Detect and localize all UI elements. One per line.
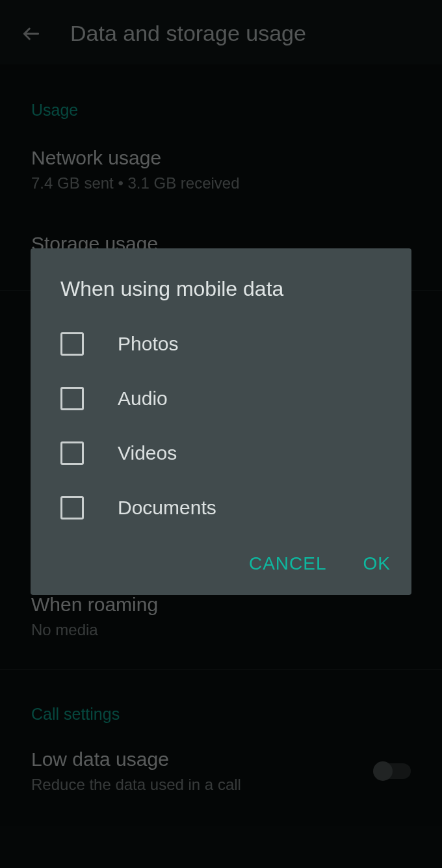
videos-option[interactable]: Videos	[31, 426, 411, 480]
photos-label: Photos	[118, 333, 178, 355]
cancel-button[interactable]: CANCEL	[249, 553, 327, 574]
videos-label: Videos	[118, 442, 177, 464]
modal-overlay[interactable]: When using mobile data Photos Audio Vide…	[0, 0, 442, 868]
mobile-data-dialog: When using mobile data Photos Audio Vide…	[31, 248, 411, 595]
documents-option[interactable]: Documents	[31, 480, 411, 535]
ok-button[interactable]: OK	[363, 553, 391, 574]
checkbox-icon[interactable]	[60, 387, 84, 410]
checkbox-icon[interactable]	[60, 441, 84, 465]
photos-option[interactable]: Photos	[31, 317, 411, 371]
dialog-actions: CANCEL OK	[31, 535, 411, 582]
audio-option[interactable]: Audio	[31, 371, 411, 426]
dialog-title: When using mobile data	[31, 277, 411, 317]
checkbox-icon[interactable]	[60, 496, 84, 519]
checkbox-icon[interactable]	[60, 332, 84, 356]
documents-label: Documents	[118, 497, 216, 519]
audio-label: Audio	[118, 388, 168, 410]
